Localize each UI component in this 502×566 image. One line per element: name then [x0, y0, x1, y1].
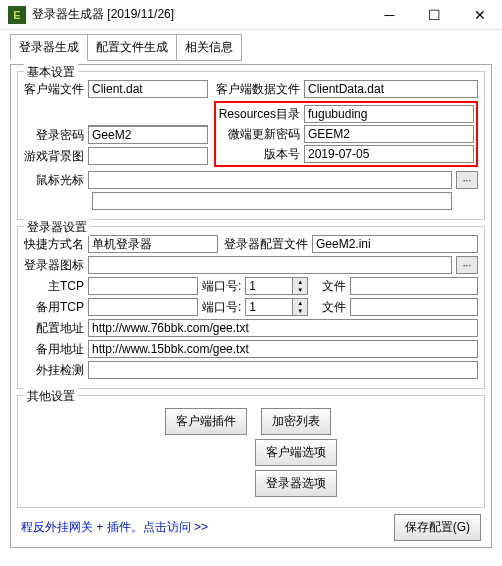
cursor-label: 鼠标光标 [24, 172, 84, 189]
port2-input[interactable] [245, 298, 293, 316]
maximize-button[interactable]: ☐ [412, 0, 457, 30]
login-options-button[interactable]: 登录器选项 [255, 470, 337, 497]
encrypt-list-button[interactable]: 加密列表 [261, 408, 331, 435]
resources-input[interactable] [304, 105, 474, 123]
config-file-label: 登录器配置文件 [222, 236, 308, 253]
file2-label: 文件 [322, 299, 346, 316]
login-pwd-label: 登录密码 [24, 127, 84, 144]
port1-label: 端口号: [202, 278, 241, 295]
micro-pwd-label: 微端更新密码 [218, 126, 300, 143]
cursor-input[interactable] [88, 171, 452, 189]
bak-url-label: 备用地址 [24, 341, 84, 358]
bak-url-input[interactable] [88, 340, 478, 358]
port2-label: 端口号: [202, 299, 241, 316]
icon-label: 登录器图标 [24, 257, 84, 274]
version-label: 版本号 [218, 146, 300, 163]
login-legend: 登录器设置 [24, 219, 90, 236]
bak-tcp-label: 备用TCP [24, 299, 84, 316]
app-icon: E [8, 6, 26, 24]
config-url-label: 配置地址 [24, 320, 84, 337]
bg-input[interactable] [88, 147, 208, 165]
shortcut-label: 快捷方式名 [24, 236, 84, 253]
close-button[interactable]: ✕ [457, 0, 502, 30]
port1-down[interactable]: ▼ [293, 286, 307, 294]
window-title: 登录器生成器 [2019/11/26] [32, 6, 367, 23]
client-file-label: 客户端文件 [24, 81, 84, 98]
tabs: 登录器生成 配置文件生成 相关信息 [10, 34, 492, 61]
client-plugin-button[interactable]: 客户端插件 [165, 408, 247, 435]
port1-up[interactable]: ▲ [293, 278, 307, 286]
port2-down[interactable]: ▼ [293, 307, 307, 315]
other-settings: 其他设置 客户端插件 加密列表 客户端选项 登录器选项 [17, 395, 485, 508]
file1-label: 文件 [322, 278, 346, 295]
client-file-input[interactable] [88, 80, 208, 98]
highlight-box: Resources目录 微端更新密码 版本号 [214, 101, 478, 167]
config-url-input[interactable] [88, 319, 478, 337]
basic-legend: 基本设置 [24, 64, 78, 81]
save-config-button[interactable]: 保存配置(G) [394, 514, 481, 541]
port2-up[interactable]: ▲ [293, 299, 307, 307]
extra-input[interactable] [92, 192, 452, 210]
bg-label: 游戏背景图 [24, 148, 84, 165]
bak-tcp-input[interactable] [88, 298, 198, 316]
icon-input[interactable] [88, 256, 452, 274]
resources-label: Resources目录 [218, 106, 300, 123]
client-data-label: 客户端数据文件 [212, 81, 300, 98]
port1-input[interactable] [245, 277, 293, 295]
footer-link[interactable]: 程反外挂网关 + 插件。点击访问 >> [21, 519, 208, 536]
shortcut-input[interactable] [88, 235, 218, 253]
micro-pwd-input[interactable] [304, 125, 474, 143]
main-tcp-label: 主TCP [24, 278, 84, 295]
plugin-check-input[interactable] [88, 361, 478, 379]
file1-input[interactable] [350, 277, 478, 295]
version-input[interactable] [304, 145, 474, 163]
tab-config[interactable]: 配置文件生成 [87, 34, 177, 61]
tab-generator[interactable]: 登录器生成 [10, 34, 88, 61]
titlebar: E 登录器生成器 [2019/11/26] ─ ☐ ✕ [0, 0, 502, 30]
icon-browse-button[interactable]: ··· [456, 256, 478, 274]
other-legend: 其他设置 [24, 388, 78, 405]
config-file-input[interactable] [312, 235, 478, 253]
client-options-button[interactable]: 客户端选项 [255, 439, 337, 466]
basic-settings: 基本设置 客户端文件 客户端数据文件 Resources目录 微端更新密码 [17, 71, 485, 220]
login-settings: 登录器设置 快捷方式名 登录器配置文件 登录器图标 ··· 主TCP 端口号: … [17, 226, 485, 389]
client-data-input[interactable] [304, 80, 478, 98]
main-tcp-input[interactable] [88, 277, 198, 295]
cursor-browse-button[interactable]: ··· [456, 171, 478, 189]
login-pwd-input[interactable] [88, 126, 208, 144]
minimize-button[interactable]: ─ [367, 0, 412, 30]
plugin-check-label: 外挂检测 [24, 362, 84, 379]
tab-info[interactable]: 相关信息 [176, 34, 242, 61]
file2-input[interactable] [350, 298, 478, 316]
